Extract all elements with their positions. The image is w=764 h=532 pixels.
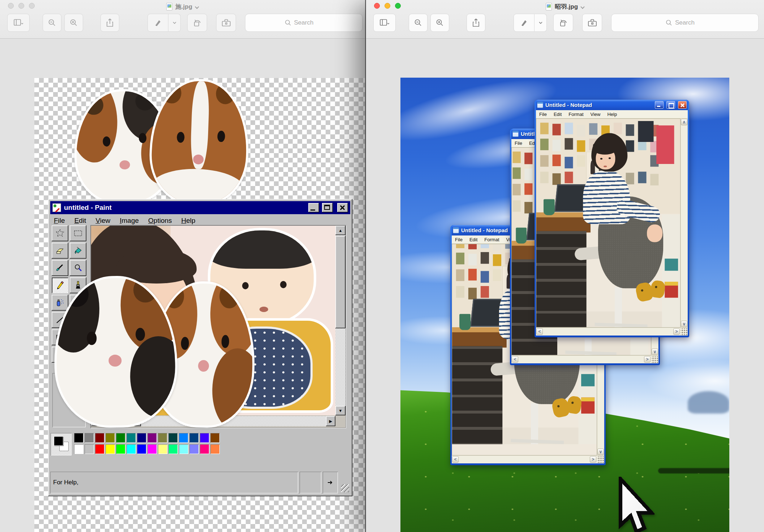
zoom-in-icon: [70, 19, 78, 27]
scroll-down-button: ∨: [652, 349, 658, 355]
title-chevron-icon[interactable]: [195, 5, 199, 8]
guinea-pig-eye: [177, 132, 185, 143]
notepad-menu-help: Help: [607, 112, 617, 117]
poster-mosaic: [456, 244, 464, 248]
guinea-pig-nose: [108, 355, 122, 367]
pink-poster: [656, 125, 674, 164]
paint-app-icon: [52, 203, 61, 212]
rotate-left-icon: [559, 18, 568, 27]
chair-post: [615, 287, 622, 328]
down-arrow-icon: ▼: [339, 408, 343, 413]
palette-color-swatch: [147, 444, 157, 454]
markup-pen-button[interactable]: [514, 14, 535, 32]
notepad-content: ∧ ∨ < >: [536, 118, 688, 336]
screen: 施.jpg: [0, 0, 764, 532]
notepad-horizontal-scrollbar: < >: [452, 455, 604, 463]
scroll-right-button: >: [644, 356, 651, 363]
down-arrow-icon: ∨: [653, 349, 657, 354]
sidebar-toggle-button[interactable]: [7, 14, 30, 32]
notepad-icon: [537, 102, 543, 108]
markup-toolbox-button[interactable]: [582, 14, 602, 32]
minimize-icon: [310, 209, 315, 211]
tool-fill: [70, 243, 86, 259]
studio-photo: [536, 119, 681, 328]
fur-patch: [72, 87, 119, 163]
baby-eye: [242, 282, 249, 289]
search-field[interactable]: [245, 14, 362, 32]
poster-mosaic: [540, 123, 549, 134]
resize-grip: [651, 356, 658, 363]
chevron-down-icon: [538, 21, 543, 24]
guinea-pig-ear: [216, 83, 235, 104]
guinea-pig-eye: [87, 332, 96, 345]
search-field[interactable]: [611, 14, 759, 32]
paint-menu-file: File: [54, 217, 65, 225]
paint-title-bar: untitled - Paint: [50, 201, 350, 214]
rotate-button[interactable]: [187, 14, 207, 32]
baby-eye: [280, 281, 287, 288]
desk-front: [452, 332, 507, 347]
vertical-scroll-thumb: [335, 236, 345, 328]
notepad-menu-edit: Edit: [469, 237, 477, 242]
palette-color-swatch: [85, 444, 94, 454]
scroll-up-button: ∧: [681, 119, 687, 125]
search-input[interactable]: [294, 19, 323, 26]
sidebar-icon: [380, 19, 389, 27]
status-text: For Help,: [53, 479, 78, 486]
paint-title-text: untitled - Paint: [64, 204, 305, 212]
shi-jpg-image: untitled - Paint File Edit View Image Op…: [34, 78, 365, 532]
sock-dot: [571, 402, 574, 404]
share-icon: [106, 18, 114, 27]
paint-menu-edit: Edit: [74, 217, 86, 225]
chair-post: [531, 403, 538, 444]
share-button[interactable]: [467, 14, 485, 32]
zoom-in-button[interactable]: [64, 14, 83, 32]
tool-eyedropper: [52, 260, 68, 276]
zoom-out-button[interactable]: [409, 14, 428, 32]
window-title: 昭羽.jpg: [366, 1, 764, 12]
markup-toolbox-button[interactable]: [216, 14, 236, 32]
share-button[interactable]: [100, 14, 119, 32]
rotate-button[interactable]: [553, 14, 573, 32]
notepad-menu-edit: Edit: [554, 112, 562, 117]
notepad-vertical-scrollbar: ∧ ∨: [681, 118, 688, 328]
desk-front: [536, 217, 591, 233]
notepad-maximize-button: [666, 101, 675, 109]
notepad-menu-view: View: [591, 112, 601, 117]
markup-dropdown-button[interactable]: [535, 14, 547, 32]
notepad-menu-file: File: [539, 112, 547, 117]
zoom-out-button[interactable]: [43, 14, 61, 32]
notepad-title-text: Untitled - Notepad: [545, 102, 652, 108]
tool-magnifier: [70, 260, 86, 276]
sidebar-toggle-button[interactable]: [373, 14, 396, 32]
canvas-vertical-scrollbar: ▲ ▼: [335, 226, 345, 415]
search-icon: [666, 20, 672, 26]
cursor-arrow-icon: [614, 477, 654, 532]
search-input[interactable]: [675, 19, 704, 26]
scroll-down-button: ▼: [335, 406, 345, 415]
palette-color-swatch: [95, 433, 104, 443]
resize-grip: [597, 456, 604, 463]
search-icon: [285, 20, 291, 26]
tool-airbrush: [52, 295, 68, 311]
palette-color-swatch: [179, 444, 188, 454]
left-arrow-icon: <: [454, 457, 456, 462]
woman-bangs: [593, 143, 617, 155]
palette-color-swatch: [189, 433, 199, 443]
palette-color-swatch: [200, 444, 209, 454]
palette-color-swatch: [95, 444, 104, 454]
paint-maximize-button: [322, 203, 333, 212]
notepad-icon: [453, 227, 459, 233]
poster-mosaic: [512, 152, 520, 163]
scroll-right-button: >: [673, 328, 680, 335]
palette-color-swatch: [147, 433, 157, 443]
markup-pen-button[interactable]: [147, 14, 168, 32]
paint-minimize-button: [308, 203, 319, 212]
markup-dropdown-button[interactable]: [168, 14, 181, 32]
preview-window-left: 施.jpg: [0, 0, 365, 532]
zoom-in-button[interactable]: [430, 14, 449, 32]
storage-drawers: [452, 346, 502, 444]
paint-menu-options: Options: [148, 217, 172, 225]
right-content-area: Untitled - Notepad File Edit Format View…: [366, 39, 764, 532]
title-chevron-icon[interactable]: [581, 5, 584, 8]
